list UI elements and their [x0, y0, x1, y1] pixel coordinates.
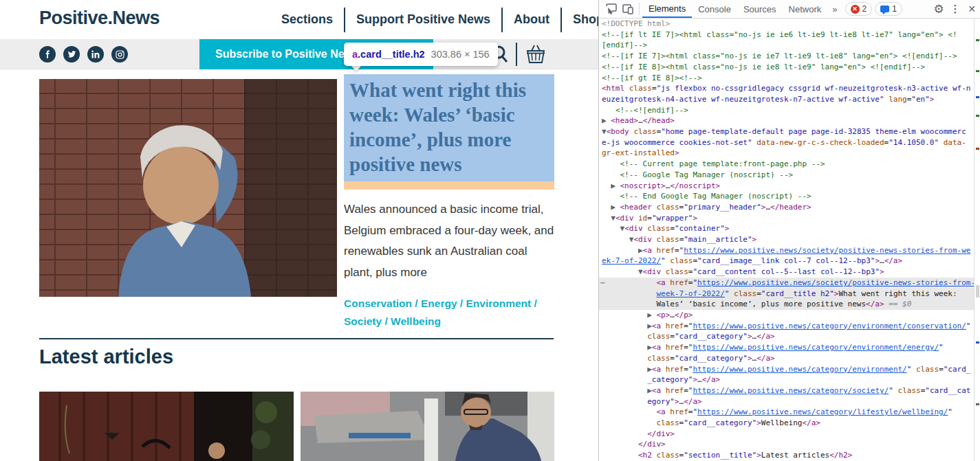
nav-item-shop[interactable]: Shop	[562, 12, 598, 27]
dom-attribute-link[interactable]: https://www.positive.news/category/envir…	[693, 365, 906, 374]
devtools-code-line[interactable]: week-7-of-2022/" class="card__title h2">…	[599, 289, 974, 300]
devtools-code-line[interactable]: class="card__category">…</a>	[599, 353, 974, 364]
devtools-dom-tree: <!DOCTYPE html><!--[if lt IE 7]><html cl…	[599, 19, 974, 461]
tab-console[interactable]: Console	[692, 0, 737, 18]
dom-attribute-link[interactable]: https://www.positive.news/society/positi…	[684, 246, 970, 255]
devtools-code-line[interactable]: <!--[if lt IE 7]><html class="no-js ie i…	[599, 30, 974, 41]
utility-divider	[516, 43, 517, 66]
devtools-code-line[interactable]: <a href="https://www.positive.news/categ…	[599, 407, 974, 418]
devtools-code-line[interactable]: gr-ext-installed>	[599, 148, 974, 159]
latest-article-image-2[interactable]	[301, 392, 554, 461]
devtools-code-line[interactable]: class="card__category">Wellbeing</a>	[599, 418, 974, 429]
dom-attribute-link[interactable]: week-7-of-2022/	[656, 289, 724, 298]
devtools-code-line[interactable]: ▶ <header class="primary__header">…</hea…	[599, 202, 974, 213]
devtools-code-line[interactable]: ▶<a href="https://www.positive.news/soci…	[599, 245, 974, 256]
article-card-content: What went right this week: Wales’ ‘basic…	[344, 74, 554, 330]
devtools-code-line[interactable]: <!--[if IE 8]><html class="no-js ie ie8 …	[599, 62, 974, 73]
settings-gear-icon[interactable]: ⚙	[930, 1, 947, 16]
basket-icon[interactable]	[524, 44, 547, 67]
utility-bar: Subscribe to Positive Ne Log in	[0, 39, 598, 69]
inspect-element-icon[interactable]	[603, 1, 620, 16]
devtools-code-line[interactable]: <!-- End Google Tag Manager (noscript) -…	[599, 191, 974, 202]
devtools-code-line[interactable]: ▶<a href="https://www.positive.news/cate…	[599, 342, 974, 353]
devtools-code-line[interactable]: </div>	[599, 439, 974, 450]
tab-network[interactable]: Network	[783, 0, 828, 18]
dom-attribute-link[interactable]: https://www.positive.news/category/envir…	[693, 343, 939, 352]
devtools-code-line[interactable]: egory">…</a>	[599, 396, 974, 407]
device-toolbar-icon[interactable]	[620, 1, 636, 16]
category-link[interactable]: Wellbeing	[391, 315, 441, 327]
devtools-code-line[interactable]: ▼<div class="card__content col--5--last …	[599, 267, 974, 278]
category-separator: /	[382, 315, 391, 327]
nav-item-support[interactable]: Support Positive News	[345, 12, 501, 27]
devtools-code-line[interactable]: <!DOCTYPE html>	[599, 19, 974, 30]
devtools-code-line[interactable]: ▼<body class="home page-template-default…	[599, 126, 974, 137]
nav-item-about[interactable]: About	[503, 12, 560, 27]
more-tabs-icon[interactable]: »	[827, 4, 842, 14]
category-separator: /	[531, 297, 537, 309]
dom-attribute-link[interactable]: https://www.positive.news/category/socie…	[693, 386, 889, 395]
devtools-code-line[interactable]: [endif]-->	[599, 40, 974, 51]
tooltip-selector-classes: .card__title.h2	[358, 49, 425, 60]
browser-page: Positive.News Sections Support Positive …	[0, 0, 598, 461]
devtools-code-line[interactable]: class="card__category">…</a>	[599, 331, 974, 342]
devtools-code-line[interactable]: ▼<div id="wrapper">	[599, 213, 974, 224]
devtools-code-line[interactable]: ▶<a href="https://www.positive.news/cate…	[599, 364, 974, 375]
devtools-code-line[interactable]: ▼<div class="main__article">	[599, 234, 974, 245]
instagram-icon[interactable]	[111, 46, 128, 63]
devtools-menu-icon[interactable]: ⋮	[947, 1, 963, 16]
devtools-code-line[interactable]: <!-- Current page template:front-page.ph…	[599, 159, 974, 170]
category-separator: /	[457, 297, 466, 309]
dom-attribute-link[interactable]: https://www.positive.news/category/lifes…	[697, 407, 948, 416]
article-title-line: positive news	[349, 152, 550, 177]
error-badge[interactable]: ✕ 2	[845, 2, 873, 16]
category-link[interactable]: Energy	[421, 297, 457, 309]
devtools-code-line[interactable]: <!--<![endif]-->	[599, 105, 974, 116]
devtools-code-line[interactable]: ▶ <noscript>…</noscript>	[599, 181, 974, 192]
devtools-code-line[interactable]: euzeitgrotesk-n4-active wf-neuzeitgrotes…	[599, 94, 974, 105]
devtools-code-line[interactable]: ▶<a href="https://www.positive.news/cate…	[599, 385, 974, 396]
social-links	[39, 46, 128, 63]
tab-elements[interactable]: Elements	[642, 0, 692, 18]
devtools-code-line[interactable]: ek-7-of-2022/" class="card__image__link …	[599, 256, 974, 267]
devtools-code-line[interactable]: <!-- Google Tag Manager (noscript) -->	[599, 170, 974, 181]
devtools-code-line[interactable]: <!--[if gt IE 8]><!-->	[599, 73, 974, 84]
dom-attribute-link[interactable]: https://www.positive.news/society/positi…	[697, 278, 974, 287]
hero-article-image[interactable]	[39, 79, 337, 297]
dom-attribute-link[interactable]: ek-7-of-2022/	[602, 256, 661, 265]
devtools-close-icon[interactable]: ✕	[963, 1, 980, 16]
devtools-code-line[interactable]: </div>	[599, 429, 974, 440]
facebook-icon[interactable]	[39, 46, 56, 63]
category-link[interactable]: Conservation	[344, 297, 412, 309]
tab-sources[interactable]: Sources	[737, 0, 783, 18]
category-link[interactable]: Environment	[466, 297, 531, 309]
devtools-code-line[interactable]: Wales’ ‘basic income’, plus more positiv…	[599, 299, 974, 310]
section-title: Latest articles	[39, 346, 173, 368]
dom-attribute-link[interactable]: https://www.positive.news/category/envir…	[693, 322, 966, 330]
devtools-code-line[interactable]: <h2 class="section__title">Latest articl…	[599, 450, 974, 461]
twitter-icon[interactable]	[63, 46, 80, 63]
devtools-code-line[interactable]: _category">…</a>	[599, 374, 974, 385]
article-title-highlighted[interactable]: What went right this week: Wales’ ‘basic…	[344, 74, 554, 181]
devtools-code-line[interactable]: ▶ <head>…</head>	[599, 115, 974, 126]
devtools-code-line[interactable]: ▶ <p>…</p>	[599, 310, 974, 321]
article-title-line: week: Wales’ ‘basic	[349, 102, 550, 127]
toolbar-divider	[639, 3, 640, 15]
devtools-code-line[interactable]: e-js woocommerce cookies-not-set" data-n…	[599, 137, 974, 148]
devtools-toolbar: Elements Console Sources Network » ✕ 2 1…	[599, 0, 980, 19]
linkedin-icon[interactable]	[87, 46, 104, 63]
devtools-code-line[interactable]: ▼<div class="container">	[599, 223, 974, 234]
nav-item-sections[interactable]: Sections	[270, 12, 344, 27]
devtools-code-line[interactable]: ▶<a href="https://www.positive.news/cate…	[599, 321, 974, 332]
article-title-line: What went right this	[349, 78, 550, 102]
tooltip-dimensions: 303.86 × 156	[431, 49, 490, 60]
issues-badge[interactable]: 1	[875, 2, 902, 16]
devtools-code-line[interactable]: ⋯ <a href="https://www.positive.news/soc…	[599, 278, 974, 289]
site-logo[interactable]: Positive.News	[39, 8, 160, 29]
devtools-code-line[interactable]: <html class="js flexbox no-cssgridlegacy…	[599, 83, 974, 94]
devtools-scrollbar[interactable]	[974, 19, 980, 461]
tooltip-caret	[351, 65, 362, 71]
latest-article-image-1[interactable]	[39, 392, 294, 461]
category-link[interactable]: Society	[344, 315, 382, 327]
devtools-code-line[interactable]: <!--[if IE 7]><html class="no-js ie ie7 …	[599, 51, 974, 62]
